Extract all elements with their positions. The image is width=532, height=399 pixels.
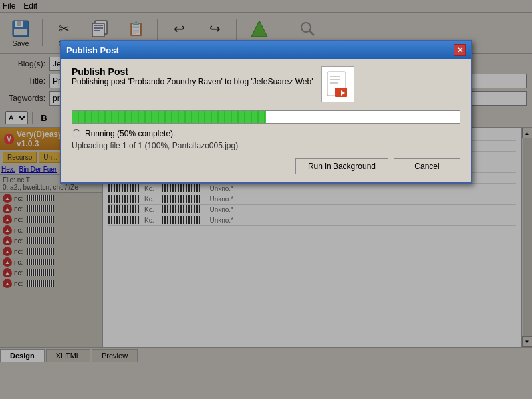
dialog-description: Publishing post 'Probando Zoundry Raven'… [72, 77, 313, 86]
dialog-heading: Publish Post [72, 66, 313, 77]
modal-overlay: Publish Post ✕ Publish Post Publishing p… [0, 0, 532, 399]
dialog-icon [321, 66, 354, 102]
progress-container [72, 110, 460, 124]
dialog-titlebar: Publish Post ✕ [61, 41, 471, 59]
publish-dialog: Publish Post ✕ Publish Post Publishing p… [60, 40, 472, 184]
status-text: Running (50% complete). [85, 129, 175, 138]
svg-rect-15 [330, 82, 338, 84]
svg-rect-13 [330, 76, 340, 77]
dialog-buttons: Run in Background Cancel [72, 158, 460, 174]
upload-text: Uploading file 1 of 1 (100%, Pantallazo0… [72, 141, 238, 150]
dialog-body: Publish Post Publishing post 'Probando Z… [61, 59, 471, 182]
status-running: Running (50% complete). [72, 129, 460, 138]
spinner-icon [72, 129, 81, 138]
dialog-title-text: Publish Post [66, 45, 119, 55]
dialog-header: Publish Post Publishing post 'Probando Z… [72, 66, 460, 102]
dialog-close-button[interactable]: ✕ [454, 44, 466, 56]
progress-bar [72, 111, 266, 123]
upload-status: Uploading file 1 of 1 (100%, Pantallazo0… [72, 141, 460, 150]
svg-rect-14 [330, 79, 340, 80]
cancel-button[interactable]: Cancel [394, 158, 460, 174]
run-background-button[interactable]: Run in Background [295, 158, 388, 174]
